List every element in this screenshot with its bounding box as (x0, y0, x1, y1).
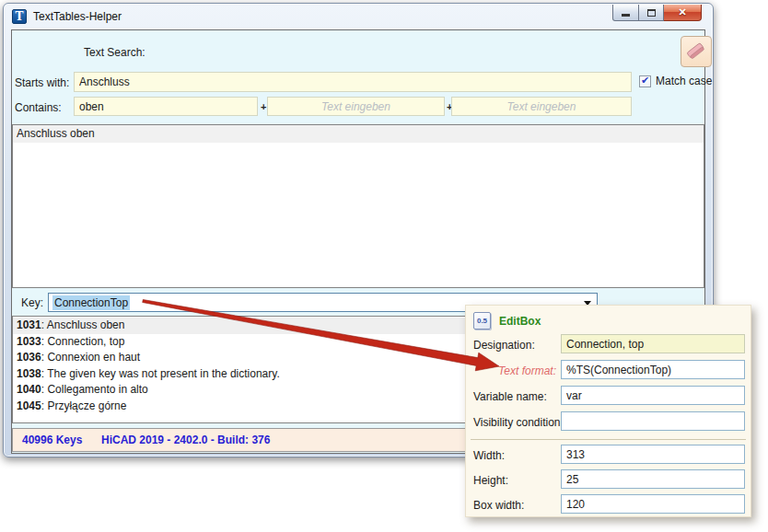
version-info: HiCAD 2019 - 2402.0 - Build: 376 (101, 434, 270, 446)
width-label: Width: (473, 449, 505, 462)
height-label: Height: (473, 474, 508, 487)
keys-count: 40996 Keys (22, 434, 101, 446)
minimize-button[interactable] (612, 5, 639, 21)
key-label: Key: (21, 296, 43, 309)
results-list[interactable]: Anschluss oben (12, 124, 704, 288)
visibility-condition-input[interactable] (561, 411, 745, 431)
editbox-header: 0.5 EditBox (473, 312, 541, 330)
titlebar[interactable]: T TextTables-Helper (4, 4, 713, 29)
starts-with-label: Starts with: (15, 76, 69, 89)
visibility-condition-label: Visibility condition: (473, 416, 564, 429)
text-format-label: Text format: (470, 364, 556, 377)
clear-search-button[interactable] (681, 36, 712, 67)
contains-input-1[interactable] (74, 97, 258, 116)
close-icon: ✕ (678, 7, 686, 17)
minimize-icon (622, 14, 630, 17)
variable-name-input[interactable] (561, 386, 745, 405)
contains-input-2[interactable] (267, 97, 445, 116)
text-format-input[interactable] (561, 360, 745, 379)
height-input[interactable] (561, 469, 745, 489)
editbox-title: EditBox (499, 315, 541, 328)
designation-label: Designation: (473, 339, 535, 352)
plus-separator-1: + (261, 101, 266, 112)
match-case-label: Match case (656, 75, 712, 87)
maximize-icon (647, 9, 656, 17)
contains-input-3[interactable] (451, 97, 632, 116)
editbox-icon: 0.5 (473, 312, 491, 330)
match-case-option[interactable]: ✔ Match case (639, 75, 712, 87)
key-value: ConnectionTop (52, 295, 130, 310)
starts-with-input[interactable] (74, 72, 632, 92)
box-width-label: Box width: (473, 499, 524, 512)
text-search-label: Text Search: (84, 46, 145, 59)
contains-label: Contains: (15, 101, 62, 114)
checkmark-icon: ✔ (641, 75, 649, 86)
box-width-input[interactable] (561, 494, 745, 514)
match-case-checkbox[interactable]: ✔ (639, 75, 651, 87)
width-input[interactable] (561, 445, 745, 464)
window-title: TextTables-Helper (33, 10, 122, 23)
panel-divider (471, 439, 746, 440)
results-list-item[interactable]: Anschluss oben (13, 125, 704, 143)
app-icon: T (12, 9, 27, 24)
maximize-button[interactable] (639, 5, 664, 21)
close-button[interactable]: ✕ (664, 5, 702, 21)
editbox-panel: 0.5 EditBox Designation: Text format: Va… (465, 305, 751, 517)
window-controls: ✕ (612, 5, 702, 21)
variable-name-label: Variable name: (473, 390, 547, 403)
designation-input[interactable] (561, 334, 745, 353)
eraser-icon (684, 40, 708, 64)
